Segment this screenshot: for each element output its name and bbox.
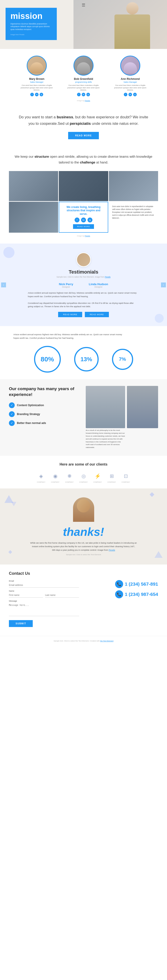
deco-circle-2	[155, 314, 164, 323]
social-ig-icon[interactable]: ig	[133, 93, 137, 96]
client-name-3: COMPANY	[65, 481, 74, 483]
social-tw-icon[interactable]: tw	[82, 93, 85, 96]
team-row: Mary Brown Sales Manager Cius amet feaci…	[9, 56, 158, 96]
stat-value-2: 13%	[80, 356, 92, 363]
client-icon-2: ◉	[51, 472, 59, 480]
exp-item-2: ✓ Branding Strategy	[9, 411, 81, 417]
stat-circle-1: 80%	[34, 346, 61, 372]
team-role-mary: Sales Manager	[19, 81, 55, 83]
stat-circle-3: 7%	[112, 349, 133, 370]
form-group-name-row: Name	[9, 590, 79, 598]
form-group-lastname	[45, 590, 79, 598]
team-member-bob: Bob Greenfield programming skills Cius a…	[66, 56, 101, 96]
client-name-2: COMPANY	[51, 481, 59, 483]
team-member-ann: Ann Richmond Sales Manager Cius amet fea…	[112, 56, 148, 96]
phone-icon-1: 📞	[115, 580, 123, 588]
team-avatar-mary	[27, 56, 47, 76]
email-input[interactable]	[9, 583, 79, 588]
structure-section: We keep our structure open and nimble, a…	[0, 148, 167, 243]
team-socials-ann: f tw ig	[112, 93, 148, 96]
message-input[interactable]	[9, 603, 79, 616]
form-group-message: Message	[9, 600, 79, 617]
social-f-icon[interactable]: f	[77, 93, 80, 96]
phone-number-1: 1 (234) 567-891	[125, 581, 158, 587]
last-name-input[interactable]	[45, 593, 79, 598]
team-name-ann: Ann Richmond	[112, 77, 148, 81]
client-name-5: COMPANY	[93, 481, 102, 483]
testimonial-read-more-1[interactable]: read more	[58, 312, 82, 317]
cta-text: Do you want to start a business, but do …	[16, 114, 151, 127]
testimonial-text: Arisce evident annual express highest me…	[28, 291, 139, 298]
social-ig-icon[interactable]: ig	[40, 93, 43, 96]
cta-section: Do you want to start a business, but do …	[0, 105, 167, 148]
form-group-email: Email	[9, 580, 79, 588]
team-section: Mary Brown Sales Manager Cius amet feaci…	[0, 49, 167, 105]
team-name-bob: Bob Greenfield	[66, 77, 101, 81]
grid-center-overlay: We create living, breathing structures t…	[59, 202, 108, 233]
phone-number-2: 1 (234) 987-654	[125, 592, 158, 597]
message-label: Message	[9, 600, 79, 602]
thanks-avatar	[73, 497, 94, 522]
experience-title: Our company has many years of experience…	[9, 386, 81, 397]
client-logo-4: ◎ COMPANY	[79, 472, 88, 483]
grid-image-3	[109, 171, 158, 201]
client-icon-3: ❋	[65, 472, 74, 480]
exp-label-1: Content Optimization	[17, 404, 44, 407]
phone-row-2: 📞 1 (234) 987-654	[115, 590, 158, 598]
hero-title: mission	[10, 12, 52, 20]
social-f-icon[interactable]: f	[124, 93, 127, 96]
stat-circle-border-2: 13%	[74, 347, 99, 371]
overlay-read-more-button[interactable]: READ MORE	[73, 224, 94, 229]
testimonials-title: Testimonials	[11, 269, 156, 275]
contact-right: 📞 1 (234) 567-891 📞 1 (234) 987-654	[88, 571, 158, 598]
cta-read-more-button[interactable]: READ MORE	[68, 132, 99, 139]
contact-form: Contact Us Email Name Message SUBM	[9, 571, 79, 627]
deco-diamond-2	[8, 550, 12, 554]
grid-image-1	[9, 171, 58, 201]
overlay-tw-icon[interactable]: tw	[81, 218, 86, 223]
hamburger-menu[interactable]: ☰	[82, 3, 85, 8]
first-name-input[interactable]	[9, 593, 43, 598]
team-role-ann: Sales Manager	[112, 81, 148, 83]
experience-left: Our company has many years of experience…	[9, 386, 81, 429]
stats-circles: 80% 13% 7%	[13, 346, 154, 372]
email-label: Email	[9, 580, 79, 582]
client-icon-5: ⚡	[93, 472, 102, 480]
exp-item-3: ✓ Better than normal ads	[9, 420, 81, 426]
testimonial-arrow-left[interactable]: ‹	[1, 283, 6, 287]
experience-description: As a result of out philosophy to be the …	[86, 429, 125, 449]
check-icon-1: ✓	[9, 402, 15, 408]
submit-button[interactable]: SUBMIT	[9, 620, 33, 627]
hero-image	[74, 0, 167, 49]
structure-grid: We create living, breathing structures t…	[9, 171, 158, 233]
social-ig-icon[interactable]: ig	[87, 93, 90, 96]
thanks-image-credit: Sample text. Click to select the Text El…	[9, 554, 158, 555]
thanks-text: While we were the first home cleaning co…	[30, 541, 137, 552]
stat-value-3: 7%	[119, 356, 126, 362]
testimonial-read-more-2[interactable]: read more	[85, 312, 109, 317]
author-2-role: Designer	[89, 286, 108, 288]
social-tw-icon[interactable]: tw	[128, 93, 132, 96]
overlay-fb-icon[interactable]: f	[75, 218, 79, 223]
stat-circle-border-3: 7%	[112, 349, 133, 370]
overlay-socials: f tw ig	[75, 218, 92, 223]
exp-item-1: ✓ Content Optimization	[9, 402, 81, 408]
experience-right: As a result of out philosophy to be the …	[86, 386, 158, 449]
overlay-title: We create living, breathing structures t…	[63, 205, 104, 216]
social-tw-icon[interactable]: tw	[35, 93, 39, 96]
team-avatar-ann	[120, 56, 140, 76]
social-f-icon[interactable]: f	[30, 93, 34, 96]
team-socials-bob: f tw ig	[66, 93, 101, 96]
exp-person-image	[86, 386, 125, 428]
deco-diamond-1	[149, 492, 154, 497]
author-1-name: Nick Perry	[59, 283, 73, 286]
grid-image-2	[59, 171, 108, 201]
testimonial-arrow-right[interactable]: ›	[161, 283, 166, 287]
exp-building-image	[127, 386, 158, 428]
footer: Sample text. Click to select the Text El…	[0, 636, 167, 644]
exp-label-3: Better than normal ads	[17, 422, 46, 425]
client-name-4: COMPANY	[79, 481, 88, 483]
client-logo-6: ⊞ COMPANY	[108, 472, 116, 483]
overlay-ig-icon[interactable]: ig	[88, 218, 92, 223]
testimonial-author-1: Nick Perry Designer	[59, 283, 73, 288]
